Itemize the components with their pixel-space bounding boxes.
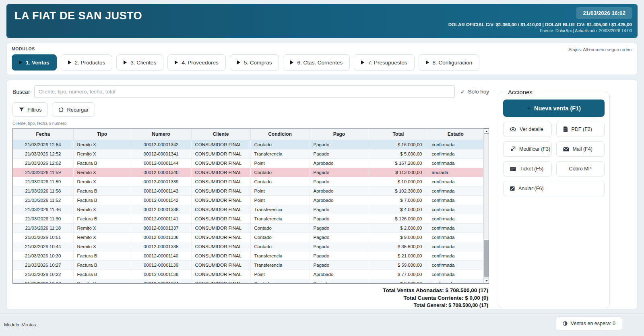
module-tab-7-presupuestos[interactable]: 7. Presupuestos: [354, 54, 415, 71]
module-tab-5-compras[interactable]: 5. Compras: [230, 54, 279, 71]
actions-title: Acciones: [506, 89, 535, 95]
table-row[interactable]: 21/03/2026 10:27Factura B00012-00001139C…: [13, 260, 483, 270]
table-row[interactable]: 21/03/2026 11:18Remito X00012-00001337CO…: [13, 223, 483, 232]
cell-pago: Pagado: [310, 168, 369, 177]
module-tab-label: 4. Proveedores: [182, 60, 219, 66]
cell-numero: 00012-00001337: [131, 223, 191, 232]
cell-total: $ 5.000,00: [369, 149, 428, 158]
actions-panel: Acciones + Nueva venta (F1) Ver detalle …: [498, 89, 610, 308]
modificar-button[interactable]: Modificar (F3): [503, 141, 552, 157]
cell-tipo: Remito X: [73, 223, 131, 232]
cell-total: $ 35.500,00: [369, 242, 428, 251]
column-header-cliente[interactable]: Cliente: [191, 129, 250, 140]
play-icon: [175, 60, 178, 64]
cell-cliente: CONSUMIDOR FINAL: [191, 168, 250, 177]
sales-table: FechaTipoNumeroClienteCondicionPagoTotal…: [12, 128, 489, 284]
table-row[interactable]: 21/03/2026 11:46Remito X00012-00001338CO…: [13, 205, 483, 214]
module-tab-2-productos[interactable]: 2. Productos: [61, 54, 113, 71]
table-row[interactable]: 21/03/2026 12:54Remito X00012-00001342CO…: [13, 140, 483, 149]
cell-numero: 00012-00001138: [131, 270, 191, 279]
cell-total: $ 4.000,00: [369, 205, 428, 214]
module-tab-label: 8. Configuracion: [433, 60, 472, 66]
table-row[interactable]: 21/03/2026 11:59Remito X00012-00001340CO…: [13, 168, 483, 177]
cell-tipo: Remito X: [73, 242, 131, 251]
cell-numero: 00012-00001144: [131, 158, 191, 168]
column-header-condicion[interactable]: Condicion: [250, 129, 310, 140]
solo-hoy-checkbox[interactable]: ✓ Solo hoy: [460, 89, 489, 95]
cell-cliente: CONSUMIDOR FINAL: [191, 214, 250, 223]
table-row[interactable]: 21/03/2026 11:59Remito X00012-00001339CO…: [13, 177, 483, 186]
cell-numero: 00012-00001142: [131, 195, 191, 205]
scroll-down-button[interactable]: [484, 278, 489, 283]
module-tab-4-proveedores[interactable]: 4. Proveedores: [167, 54, 226, 71]
module-tab-1-ventas[interactable]: 1. Ventas: [12, 54, 57, 71]
cell-total: $ 3.500,00: [369, 279, 428, 284]
table-row[interactable]: 21/03/2026 11:30Factura B00012-00001141C…: [13, 214, 483, 223]
cell-fecha: 21/03/2026 10:44: [13, 242, 73, 251]
column-header-pago[interactable]: Pago: [310, 129, 369, 140]
search-input[interactable]: [34, 85, 455, 98]
cell-pago: Aprobado: [310, 195, 369, 205]
play-icon: [124, 60, 127, 64]
cobro-mp-button[interactable]: Cobro MP: [556, 161, 605, 176]
cell-fecha: 21/03/2026 11:59: [13, 168, 73, 177]
module-tab-8-configuracion[interactable]: 8. Configuracion: [419, 54, 479, 71]
modules-label: MODULOS: [12, 46, 632, 51]
clock-icon: [563, 321, 568, 326]
cell-estado: confirmada: [428, 242, 483, 251]
cell-total: $ 9.000,00: [369, 232, 428, 242]
pdf-button[interactable]: PDF (F2): [556, 122, 605, 137]
column-header-estado[interactable]: Estado: [428, 129, 483, 140]
table-row[interactable]: 21/03/2026 10:22Factura B00012-00001138C…: [13, 270, 483, 279]
play-icon: [361, 60, 364, 64]
cell-total: $ 167.200,00: [369, 158, 428, 168]
table-row[interactable]: 21/03/2026 10:18Remito X00012-00001334CO…: [13, 279, 483, 284]
table-row[interactable]: 21/03/2026 10:51Remito X00012-00001336CO…: [13, 232, 483, 242]
column-header-tipo[interactable]: Tipo: [73, 129, 131, 140]
cell-numero: 00012-00001338: [131, 205, 191, 214]
cell-cliente: CONSUMIDOR FINAL: [191, 140, 250, 149]
table-row[interactable]: 21/03/2026 12:52Remito X00012-00001341CO…: [13, 149, 483, 158]
cell-fecha: 21/03/2026 10:18: [13, 279, 73, 284]
cell-condicion: Transferencia: [250, 260, 310, 270]
plus-icon: +: [527, 104, 531, 112]
cell-condicion: Contado: [250, 279, 310, 284]
cell-estado: anulada: [428, 168, 483, 177]
mail-button[interactable]: Ticket (F5) Mail (F4): [556, 141, 605, 157]
column-header-fecha[interactable]: Fecha: [13, 129, 73, 140]
scrollbar-thumb[interactable]: [484, 240, 489, 277]
module-tabs: 1. Ventas2. Productos3. Clientes4. Prove…: [12, 54, 632, 71]
cell-tipo: Remito X: [73, 232, 131, 242]
cell-estado: confirmada: [428, 205, 483, 214]
vertical-scrollbar[interactable]: [483, 129, 489, 283]
ver-detalle-button[interactable]: Ver detalle: [503, 122, 552, 137]
cell-tipo: Remito X: [73, 168, 131, 177]
cell-pago: Pagado: [310, 260, 369, 270]
column-header-total[interactable]: Total: [369, 129, 428, 140]
ticket-button[interactable]: Ticket (F5): [503, 161, 552, 176]
scroll-up-button[interactable]: [484, 129, 489, 134]
recargar-button[interactable]: Recargar: [52, 102, 95, 117]
cell-total: $ 2.000,00: [369, 223, 428, 232]
column-header-numero[interactable]: Numero: [131, 129, 191, 140]
cell-pago: Aprobado: [310, 270, 369, 279]
table-row[interactable]: 21/03/2026 11:52Factura B00012-00001142C…: [13, 195, 483, 205]
module-tab-6-ctas-corrientes[interactable]: 6. Ctas. Corrientes: [283, 54, 350, 71]
cell-total: $ 102.300,00: [369, 186, 428, 195]
table-row[interactable]: 21/03/2026 12:02Factura B00012-00001144C…: [13, 158, 483, 168]
cell-cliente: CONSUMIDOR FINAL: [191, 177, 250, 186]
ventas-en-espera-card[interactable]: Ventas en espera: 0: [556, 316, 622, 331]
table-row[interactable]: 21/03/2026 11:58Factura B00012-00001143C…: [13, 186, 483, 195]
module-tab-3-clientes[interactable]: 3. Clientes: [116, 54, 163, 71]
cell-cliente: CONSUMIDOR FINAL: [191, 195, 250, 205]
play-icon: [237, 60, 240, 64]
cell-pago: Pagado: [310, 205, 369, 214]
anular-button[interactable]: Anular (F6): [503, 181, 605, 196]
table-row[interactable]: 21/03/2026 10:44Remito X00012-00001335CO…: [13, 242, 483, 251]
table-row[interactable]: 21/03/2026 10:30Factura B00012-00001140C…: [13, 251, 483, 260]
cell-condicion: Transferencia: [250, 205, 310, 214]
filtros-button[interactable]: Filtros: [12, 102, 48, 117]
table-header-row: FechaTipoNumeroClienteCondicionPagoTotal…: [13, 129, 483, 140]
cell-fecha: 21/03/2026 12:54: [13, 140, 73, 149]
nueva-venta-button[interactable]: + Nueva venta (F1): [503, 100, 605, 117]
